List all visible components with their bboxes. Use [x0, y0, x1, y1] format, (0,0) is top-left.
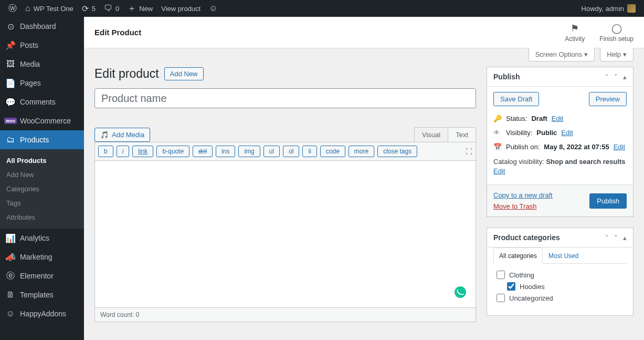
- howdy-text: Howdy, admin: [582, 5, 624, 13]
- site-name: WP Test One: [34, 5, 73, 13]
- new-content-link[interactable]: ＋New: [123, 0, 157, 17]
- admin-bar: ⓦ ⌂WP Test One ⟳5 🗨0 ＋New View product ☺…: [0, 0, 644, 17]
- plus-icon: ＋: [128, 3, 136, 14]
- seo-icon: ☺: [209, 4, 217, 13]
- updates-link[interactable]: ⟳5: [78, 0, 100, 17]
- seo-link[interactable]: ☺: [205, 0, 221, 17]
- comments-count: 0: [115, 5, 119, 13]
- new-label: New: [139, 5, 153, 13]
- view-product-label: View product: [161, 5, 200, 13]
- view-product-link[interactable]: View product: [157, 0, 205, 17]
- updates-count: 5: [92, 5, 96, 13]
- wordpress-icon: ⓦ: [8, 3, 17, 14]
- wp-logo[interactable]: ⓦ: [4, 0, 21, 17]
- avatar: [627, 4, 636, 13]
- comment-icon: 🗨: [104, 4, 112, 13]
- site-name-link[interactable]: ⌂WP Test One: [21, 0, 78, 17]
- comments-link[interactable]: 🗨0: [100, 0, 123, 17]
- my-account-link[interactable]: Howdy, admin: [577, 0, 640, 17]
- updates-icon: ⟳: [82, 4, 89, 14]
- home-icon: ⌂: [25, 4, 30, 13]
